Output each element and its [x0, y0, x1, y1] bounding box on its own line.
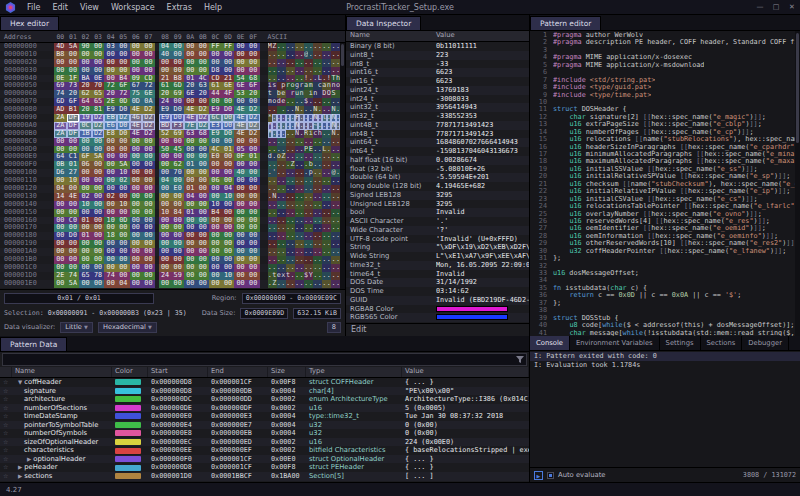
tab-pattern-data[interactable]: Pattern Data	[0, 337, 67, 351]
menu-file[interactable]: File	[21, 0, 46, 15]
hex-byte-cell[interactable]: 5A	[67, 280, 80, 288]
inspector-row[interactable]: ASCII Character'.'	[346, 217, 529, 226]
tab-hex-editor[interactable]: Hex editor	[0, 16, 59, 30]
tab-data-inspector[interactable]: Data Inspector	[346, 16, 421, 30]
pattern-data-column-header[interactable]: Color	[112, 367, 148, 377]
inspector-row[interactable]: uint8_t223	[346, 51, 529, 60]
inspector-row[interactable]: Signed LEB1283295	[346, 191, 529, 200]
expand-arrow-icon[interactable]: ▶	[24, 456, 31, 462]
menu-edit[interactable]: Edit	[46, 0, 74, 15]
pattern-name[interactable]: timeDateStamp	[12, 412, 112, 421]
pattern-data-row[interactable]: ☆numberOfSections0x000000DE0x000000DF0x0…	[0, 404, 529, 413]
hex-byte-cell[interactable]: 00	[54, 280, 67, 288]
favorite-star-icon[interactable]: ☆	[0, 455, 12, 464]
close-button[interactable]: ✕	[784, 0, 800, 14]
pattern-name[interactable]: signature	[12, 387, 112, 396]
format-select[interactable]: Hexadecimal ▼	[98, 322, 157, 333]
hex-byte-cell[interactable]: 00	[209, 280, 222, 288]
maximize-button[interactable]: □	[768, 0, 784, 14]
editor-scrollbar[interactable]	[795, 31, 800, 336]
inspector-row[interactable]: uint48_t77871713491423	[346, 121, 529, 130]
pattern-data-column-header[interactable]: Start	[148, 367, 208, 377]
inspector-row[interactable]: int16_t6623	[346, 77, 529, 86]
hex-byte-cell[interactable]: 00	[79, 280, 92, 288]
hex-byte-cell[interactable]: 00	[104, 280, 117, 288]
pattern-data-row[interactable]: ☆▶optionalHeader0x000000F00x000001CF0x00…	[0, 455, 529, 464]
menu-view[interactable]: View	[74, 0, 105, 15]
inspector-row[interactable]: uint32_t3956414943	[346, 103, 529, 112]
pattern-data-row[interactable]: ☆▶peHeader0x000000D80x000001CF0x00F8stru…	[0, 463, 529, 472]
inspector-row[interactable]: RGBA8 Color	[346, 305, 529, 314]
evaluate-button[interactable]: ▶	[534, 471, 543, 480]
pattern-data-row[interactable]: ☆signature0x000000D80x000000DB0x0004char…	[0, 387, 529, 396]
inspector-row[interactable]: int8_t-33	[346, 60, 529, 69]
tab-pattern-editor[interactable]: Pattern editor	[530, 16, 601, 30]
collapse-arrow-icon[interactable]: ▼	[15, 379, 22, 385]
pattern-data-row[interactable]: ☆▼coffHeader0x000000D80x000001CF0x00F8st…	[0, 378, 529, 387]
pattern-name[interactable]: characteristics	[12, 446, 112, 455]
hex-byte-cell[interactable]: 00	[234, 280, 247, 288]
tab-console[interactable]: Console	[530, 336, 570, 350]
inspector-row[interactable]: DOS Time03:14:62	[346, 287, 529, 296]
inspector-row[interactable]: uint16_t6623	[346, 68, 529, 77]
expand-arrow-icon[interactable]: ▶	[15, 464, 22, 470]
pattern-data-column-header[interactable]: Name	[12, 367, 112, 377]
hex-byte-cell[interactable]: 00	[92, 280, 105, 288]
tab-sections[interactable]: Sections	[701, 336, 743, 350]
inspector-row[interactable]: time32_tMon, 16.05.2095 22:09:03	[346, 261, 529, 270]
pattern-name[interactable]: ▶optionalHeader	[12, 455, 112, 464]
favorite-star-icon[interactable]: ☆	[0, 378, 12, 387]
hex-scrollbar[interactable]	[340, 43, 345, 289]
menu-extras[interactable]: Extras	[161, 0, 198, 15]
pattern-data-row[interactable]: ☆architecture0x000000DC0x000000DD0x0002e…	[0, 395, 529, 404]
hex-byte-cell[interactable]: 00	[130, 280, 143, 288]
hex-grid[interactable]: 000000004D5A90000300000004000000FFFF0000…	[0, 43, 345, 289]
inspector-row[interactable]: RGB565 Color	[346, 313, 529, 322]
inspector-row[interactable]: Wide Character'?'	[346, 226, 529, 235]
tab-settings[interactable]: Settings	[660, 336, 701, 350]
hex-byte-cell[interactable]: 00	[142, 280, 155, 288]
inspector-row[interactable]: Unsigned LEB1283295	[346, 200, 529, 209]
inspector-row[interactable]: uint24_t13769183	[346, 86, 529, 95]
inspector-row[interactable]: UTF-8 code point'Invalid' (U+0xFFFD)	[346, 235, 529, 244]
pattern-name[interactable]: pointerToSymbolTable	[12, 421, 112, 430]
pattern-name[interactable]: ▶sections	[12, 472, 112, 481]
menu-workspace[interactable]: Workspace	[105, 0, 161, 15]
inspector-row[interactable]: boolInvalid	[346, 208, 529, 217]
pattern-name[interactable]: sizeOfOptionalHeader	[12, 438, 112, 447]
inspector-edit-button[interactable]: Edit	[346, 323, 529, 336]
pattern-data-row[interactable]: ☆pointerToSymbolTable0x000000E40x000000E…	[0, 421, 529, 430]
inspector-row[interactable]: Wide StringL"\xE1\xA7\x9F\xEE\xAF\x92...…	[346, 252, 529, 261]
pattern-name[interactable]: numberOfSections	[12, 404, 112, 413]
pattern-data-row[interactable]: ☆sizeOfOptionalHeader0x000000EC0x000000E…	[0, 438, 529, 447]
endianness-select[interactable]: Little ▼	[60, 322, 93, 333]
pattern-name[interactable]: architecture	[12, 395, 112, 404]
favorite-star-icon[interactable]: ☆	[0, 395, 12, 404]
inspector-row[interactable]: int24_t-3008033	[346, 95, 529, 104]
pattern-data-column-header[interactable]: Size	[268, 367, 306, 377]
inspector-row[interactable]: long double (128 bit)4.19465E+682	[346, 182, 529, 191]
minimize-button[interactable]: —	[752, 0, 768, 14]
inspector-row[interactable]: DOS Date31/14/1992	[346, 278, 529, 287]
favorite-star-icon[interactable]: ☆	[0, 412, 12, 421]
hex-byte-cell[interactable]: 04	[117, 280, 130, 288]
pattern-data-column-header[interactable]: Type	[306, 367, 402, 377]
inspector-row[interactable]: float (32 bit)-5.08010E+26	[346, 165, 529, 174]
inspector-row[interactable]: uint64_t16848607027666414943	[346, 138, 529, 147]
favorite-star-icon[interactable]: ☆	[0, 472, 12, 481]
tab-environment-variables[interactable]: Environment Variables	[570, 336, 660, 350]
pattern-name[interactable]: numberOfSymbols	[12, 429, 112, 438]
hex-byte-cell[interactable]: 00	[184, 280, 197, 288]
tab-debugger[interactable]: Debugger	[742, 336, 789, 350]
favorite-star-icon[interactable]: ☆	[0, 463, 12, 472]
pattern-data-row[interactable]: ☆characteristics0x000000EE0x000000EF0x00…	[0, 446, 529, 455]
expand-arrow-icon[interactable]: ▶	[15, 473, 22, 479]
favorite-star-icon[interactable]: ☆	[0, 429, 12, 438]
hex-scrollbar-thumb[interactable]	[341, 44, 344, 66]
pattern-data-row[interactable]: ☆▶sections0x000001D00x0001BBCF0x1BA00Sec…	[0, 472, 529, 481]
inspector-row[interactable]: int48_t77871713491423	[346, 130, 529, 139]
pattern-data-column-header[interactable]	[0, 367, 12, 377]
pattern-name[interactable]: ▼coffHeader	[12, 378, 112, 387]
hex-byte-cell[interactable]: 00	[247, 280, 260, 288]
favorite-star-icon[interactable]: ☆	[0, 421, 12, 430]
